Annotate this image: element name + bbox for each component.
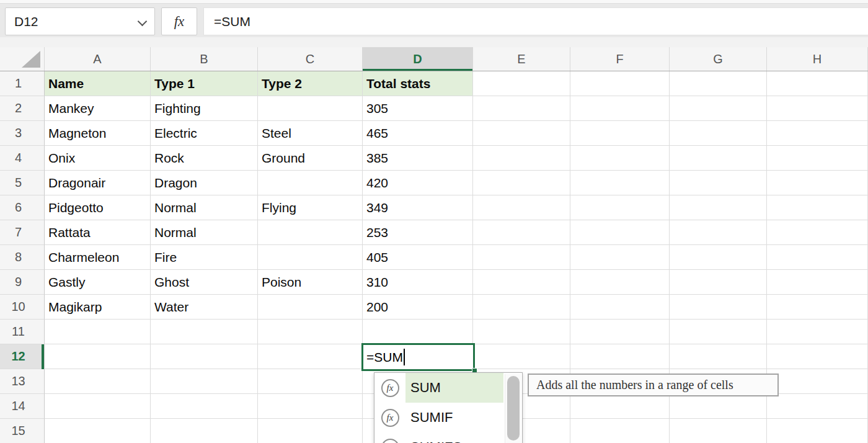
cell-D6[interactable]: 349 <box>363 195 473 220</box>
name-box[interactable]: D12 <box>5 7 155 35</box>
cell-F1[interactable] <box>570 71 670 96</box>
cell-C8[interactable] <box>258 245 363 270</box>
cell-B3[interactable]: Electric <box>151 121 258 146</box>
cell-E4[interactable] <box>473 146 570 171</box>
cell-C13[interactable] <box>258 369 363 394</box>
cell-B2[interactable]: Fighting <box>151 96 258 121</box>
cell-D7[interactable]: 253 <box>363 220 473 245</box>
cell-A10[interactable]: Magikarp <box>45 295 151 320</box>
cell-B12[interactable] <box>151 344 258 369</box>
cell-H10[interactable] <box>767 295 868 320</box>
cell-H1[interactable] <box>767 71 868 96</box>
scrollbar-thumb[interactable] <box>507 376 520 441</box>
cell-G8[interactable] <box>670 245 767 270</box>
cell-C4[interactable]: Ground <box>258 146 363 171</box>
cell-F2[interactable] <box>570 96 670 121</box>
cell-A14[interactable] <box>45 394 151 419</box>
cell-E8[interactable] <box>473 245 570 270</box>
cell-F6[interactable] <box>570 195 670 220</box>
cell-E9[interactable] <box>473 270 570 295</box>
cell-A8[interactable]: Charmeleon <box>45 245 151 270</box>
row-header-8[interactable]: 8 <box>0 245 45 270</box>
cell-A9[interactable]: Gastly <box>45 270 151 295</box>
cell-H14[interactable] <box>767 394 868 419</box>
cell-H12[interactable] <box>767 344 868 369</box>
column-header-D[interactable]: D <box>363 47 473 71</box>
cell-C2[interactable] <box>258 96 363 121</box>
dropdown-scrollbar[interactable] <box>505 374 521 443</box>
cell-B4[interactable]: Rock <box>151 146 258 171</box>
cell-B11[interactable] <box>151 320 258 344</box>
cell-B7[interactable]: Normal <box>151 220 258 245</box>
cell-H15[interactable] <box>767 419 868 443</box>
cell-F10[interactable] <box>570 295 670 320</box>
cell-H13[interactable] <box>767 369 868 394</box>
cell-F3[interactable] <box>570 121 670 146</box>
cell-G14[interactable] <box>670 394 767 419</box>
cell-H5[interactable] <box>767 171 868 195</box>
row-header-4[interactable]: 4 <box>0 146 45 171</box>
cell-F9[interactable] <box>570 270 670 295</box>
cell-F12[interactable] <box>570 344 670 369</box>
cell-A6[interactable]: Pidgeotto <box>45 195 151 220</box>
row-header-6[interactable]: 6 <box>0 195 45 220</box>
cell-A11[interactable] <box>45 320 151 344</box>
cell-D5[interactable]: 420 <box>363 171 473 195</box>
chevron-down-icon[interactable] <box>138 17 148 27</box>
cell-G7[interactable] <box>670 220 767 245</box>
cell-E7[interactable] <box>473 220 570 245</box>
cell-B10[interactable]: Water <box>151 295 258 320</box>
cell-C5[interactable] <box>258 171 363 195</box>
cell-E3[interactable] <box>473 121 570 146</box>
cell-F4[interactable] <box>570 146 670 171</box>
cell-F15[interactable] <box>570 419 670 443</box>
cell-B8[interactable]: Fire <box>151 245 258 270</box>
cell-C11[interactable] <box>258 320 363 344</box>
cell-C12[interactable] <box>258 344 363 369</box>
row-header-5[interactable]: 5 <box>0 171 45 195</box>
cell-G1[interactable] <box>670 71 767 96</box>
cell-D10[interactable]: 200 <box>363 295 473 320</box>
cell-A12[interactable] <box>45 344 151 369</box>
cell-G5[interactable] <box>670 171 767 195</box>
cell-C6[interactable]: Flying <box>258 195 363 220</box>
cell-H3[interactable] <box>767 121 868 146</box>
cell-C14[interactable] <box>258 394 363 419</box>
autocomplete-item-SUM[interactable]: fxSUM <box>374 373 503 403</box>
row-header-9[interactable]: 9 <box>0 270 45 295</box>
cell-F7[interactable] <box>570 220 670 245</box>
cell-A7[interactable]: Rattata <box>45 220 151 245</box>
cell-C15[interactable] <box>258 419 363 443</box>
cell-H9[interactable] <box>767 270 868 295</box>
cell-D3[interactable]: 465 <box>363 121 473 146</box>
row-header-14[interactable]: 14 <box>0 394 45 419</box>
row-header-12[interactable]: 12 <box>0 344 45 369</box>
cell-C7[interactable] <box>258 220 363 245</box>
column-header-F[interactable]: F <box>570 47 670 71</box>
cell-H11[interactable] <box>767 320 868 344</box>
cell-E12[interactable] <box>473 344 570 369</box>
cell-A15[interactable] <box>45 419 151 443</box>
cell-D9[interactable]: 310 <box>363 270 473 295</box>
cell-H8[interactable] <box>767 245 868 270</box>
cell-F5[interactable] <box>570 171 670 195</box>
column-header-A[interactable]: A <box>45 47 151 71</box>
cell-G9[interactable] <box>670 270 767 295</box>
cell-G12[interactable] <box>670 344 767 369</box>
cell-H6[interactable] <box>767 195 868 220</box>
cell-C10[interactable] <box>258 295 363 320</box>
insert-function-button[interactable]: fx <box>161 7 197 35</box>
cell-G6[interactable] <box>670 195 767 220</box>
autocomplete-item-SUMIFS[interactable]: fxSUMIFS <box>374 432 503 443</box>
cell-D2[interactable]: 305 <box>363 96 473 121</box>
cell-B13[interactable] <box>151 369 258 394</box>
column-header-C[interactable]: C <box>258 47 363 71</box>
cell-D4[interactable]: 385 <box>363 146 473 171</box>
cell-D1[interactable]: Total stats <box>363 71 473 96</box>
cell-A1[interactable]: Name <box>45 71 151 96</box>
cell-A3[interactable]: Magneton <box>45 121 151 146</box>
cell-E10[interactable] <box>473 295 570 320</box>
cell-E1[interactable] <box>473 71 570 96</box>
cell-D11[interactable] <box>363 320 473 344</box>
row-header-11[interactable]: 11 <box>0 320 45 344</box>
